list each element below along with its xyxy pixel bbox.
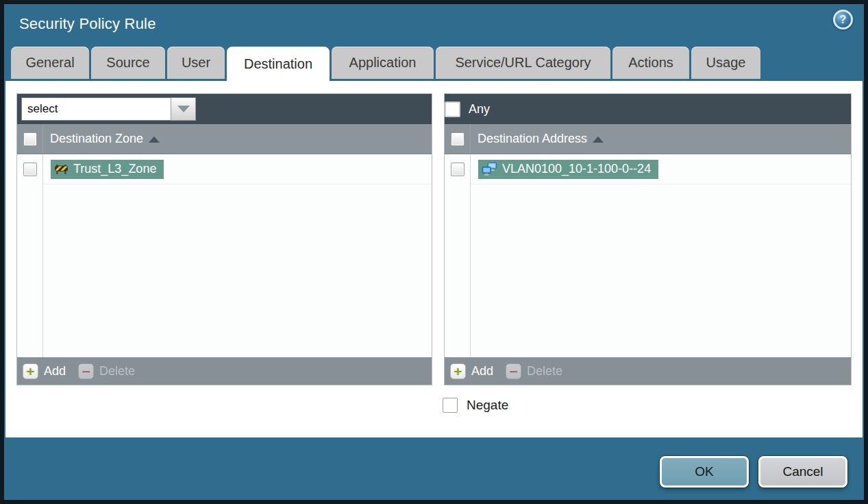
zone-item-chip[interactable]: Trust_L3_Zone [51, 160, 164, 179]
tab-service-url-category[interactable]: Service/URL Category [436, 47, 610, 79]
chevron-down-icon [177, 106, 190, 112]
zone-column-header[interactable]: Destination Zone [43, 124, 160, 154]
zone-delete-button[interactable]: − Delete [78, 363, 135, 379]
destination-zone-panel: Destination Zone [16, 93, 432, 385]
destination-tab-content: Destination Zone [5, 81, 863, 437]
address-row-checkbox[interactable] [451, 163, 464, 176]
delete-icon: − [506, 363, 521, 379]
negate-checkbox[interactable] [443, 398, 458, 413]
security-policy-rule-dialog: Security Policy Rule ? General Source Us… [4, 4, 864, 500]
ok-button[interactable]: OK [660, 456, 749, 488]
tab-usage[interactable]: Usage [691, 47, 760, 79]
address-delete-button[interactable]: − Delete [506, 363, 562, 379]
sort-ascending-icon [593, 136, 604, 143]
cancel-button[interactable]: Cancel [758, 456, 847, 488]
zone-type-input[interactable] [21, 97, 171, 121]
address-footer-bar: + Add − Delete [445, 357, 851, 385]
zone-type-dropdown-button[interactable] [171, 97, 196, 121]
any-label: Any [469, 102, 490, 117]
zone-select-all-checkbox[interactable] [23, 132, 37, 146]
address-add-button[interactable]: + Add [450, 363, 493, 379]
sort-ascending-icon [149, 136, 160, 143]
tab-source[interactable]: Source [91, 47, 165, 79]
zone-item-label: Trust_L3_Zone [73, 162, 156, 176]
delete-icon: − [78, 363, 94, 379]
zone-column-header-row: Destination Zone [17, 124, 432, 154]
zone-footer-bar: + Add − Delete [17, 357, 432, 385]
address-row: VLAN0100_10-1-100-0--24 [471, 154, 851, 184]
address-column-header-label: Destination Address [478, 132, 587, 146]
address-item-chip[interactable]: VLAN0100_10-1-100-0--24 [478, 160, 658, 179]
tab-general[interactable]: General [11, 47, 89, 79]
zone-icon [54, 163, 69, 176]
zone-filter-bar [17, 94, 432, 124]
address-column-header[interactable]: Destination Address [471, 124, 604, 154]
add-icon: + [450, 363, 466, 379]
tab-bar: General Source User Destination Applicat… [11, 47, 760, 81]
add-icon: + [23, 363, 38, 379]
address-any-bar: Any [445, 94, 851, 124]
zone-column-header-label: Destination Zone [50, 132, 143, 146]
help-icon[interactable]: ? [833, 10, 853, 29]
zone-row: Trust_L3_Zone [43, 154, 432, 184]
tab-destination[interactable]: Destination [227, 47, 330, 81]
destination-address-panel: Any Destination Address [444, 93, 852, 385]
tab-actions[interactable]: Actions [612, 47, 689, 79]
address-select-all-checkbox[interactable] [451, 132, 464, 146]
zone-type-combo [21, 97, 196, 121]
negate-label: Negate [467, 398, 508, 413]
dialog-title: Security Policy Rule [19, 15, 156, 33]
address-item-label: VLAN0100_10-1-100-0--24 [502, 162, 651, 176]
tab-user[interactable]: User [167, 47, 225, 79]
network-address-icon [482, 162, 497, 176]
zone-add-button[interactable]: + Add [23, 363, 66, 379]
address-list: VLAN0100_10-1-100-0--24 [445, 154, 851, 357]
negate-row: Negate [443, 398, 508, 413]
any-checkbox[interactable] [445, 101, 460, 117]
zone-list: Trust_L3_Zone [17, 154, 432, 357]
zone-row-checkbox[interactable] [23, 163, 37, 176]
address-column-header-row: Destination Address [445, 124, 851, 154]
tab-application[interactable]: Application [332, 47, 434, 79]
